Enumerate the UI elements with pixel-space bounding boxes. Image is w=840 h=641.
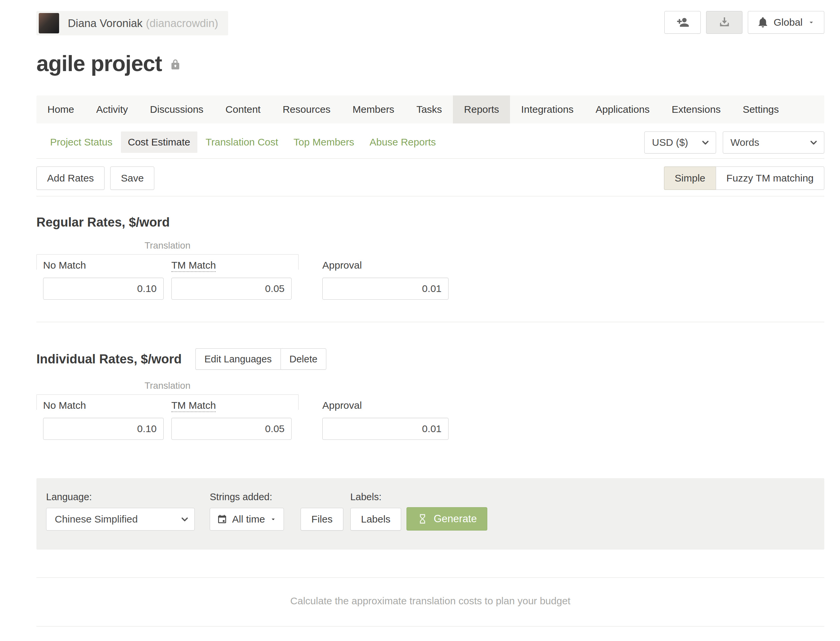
edit-languages-button[interactable]: Edit Languages — [195, 348, 281, 370]
chevron-down-icon — [180, 515, 189, 523]
rates-mode-toggle: Simple Fuzzy TM matching — [664, 166, 824, 190]
tab-members[interactable]: Members — [342, 95, 405, 124]
add-rates-button[interactable]: Add Rates — [36, 166, 105, 190]
save-button[interactable]: Save — [110, 166, 154, 190]
units-select[interactable]: Words — [723, 132, 824, 153]
approval-label: Approval — [322, 259, 449, 271]
tm-match-label[interactable]: TM Match — [171, 400, 216, 412]
individual-rates-heading: Individual Rates, $/word — [36, 352, 182, 366]
language-label: Language: — [46, 491, 195, 502]
delete-button[interactable]: Delete — [281, 348, 327, 370]
page-title: agile project — [36, 51, 162, 76]
calendar-icon — [217, 514, 228, 525]
currency-select[interactable]: USD ($) — [644, 132, 716, 153]
bell-icon — [757, 16, 769, 28]
translation-group-label: Translation — [36, 240, 299, 251]
tab-activity[interactable]: Activity — [85, 95, 139, 124]
language-select[interactable]: Chinese Simplified — [46, 508, 195, 531]
units-value: Words — [730, 137, 759, 148]
divider — [36, 158, 824, 159]
divider — [36, 196, 824, 196]
subnav-project-status[interactable]: Project Status — [43, 132, 120, 153]
chevron-down-icon — [809, 138, 818, 147]
files-button[interactable]: Files — [300, 508, 343, 531]
labels-button[interactable]: Labels — [351, 508, 401, 531]
download-button[interactable] — [706, 11, 743, 34]
top-actions: Global — [664, 11, 824, 34]
caret-down-icon — [807, 18, 815, 26]
user-chip[interactable]: Diana Voroniak (dianacrowdin) — [36, 11, 228, 35]
user-name: Diana Voroniak — [68, 17, 143, 30]
regular-approval-input[interactable] — [322, 278, 449, 300]
individual-no-match-input[interactable] — [43, 418, 164, 440]
labels-label: Labels: — [351, 491, 401, 502]
approval-label: Approval — [322, 400, 449, 411]
tab-discussions[interactable]: Discussions — [139, 95, 215, 124]
tab-extensions[interactable]: Extensions — [661, 95, 732, 124]
caret-down-icon — [270, 515, 277, 523]
subnav-translation-cost[interactable]: Translation Cost — [199, 132, 285, 153]
individual-approval-input[interactable] — [322, 418, 449, 440]
no-match-label: No Match — [43, 259, 164, 271]
individual-rates-actions: Edit Languages Delete — [195, 348, 326, 370]
chevron-down-icon — [701, 138, 710, 147]
language-value: Chinese Simplified — [55, 514, 137, 525]
date-range-value: All time — [232, 514, 265, 525]
strings-added-label: Strings added: — [210, 491, 284, 502]
lock-icon — [169, 58, 182, 71]
tab-content[interactable]: Content — [215, 95, 271, 124]
subnav-abuse-reports[interactable]: Abuse Reports — [363, 132, 443, 153]
divider — [36, 322, 824, 322]
individual-tm-match-input[interactable] — [171, 418, 292, 440]
mode-simple-button[interactable]: Simple — [664, 166, 716, 190]
invite-user-button[interactable] — [664, 11, 701, 34]
divider — [36, 626, 824, 627]
subnav-top-members[interactable]: Top Members — [287, 132, 361, 153]
global-label: Global — [774, 17, 803, 28]
reports-subnav: Project Status Cost Estimate Translation… — [36, 132, 444, 153]
regular-tm-match-input[interactable] — [171, 278, 292, 300]
tm-match-label[interactable]: TM Match — [171, 259, 216, 272]
tab-settings[interactable]: Settings — [732, 95, 790, 124]
generate-button[interactable]: Generate — [407, 507, 487, 531]
tab-home[interactable]: Home — [36, 95, 85, 124]
tab-applications[interactable]: Applications — [585, 95, 661, 124]
no-match-label: No Match — [43, 400, 164, 411]
subnav-cost-estimate[interactable]: Cost Estimate — [121, 132, 197, 153]
hourglass-icon — [417, 513, 428, 525]
generate-label: Generate — [433, 513, 477, 525]
currency-value: USD ($) — [652, 137, 688, 148]
divider — [36, 577, 824, 578]
regular-no-match-input[interactable] — [43, 278, 164, 300]
project-tabbar: Home Activity Discussions Content Resour… — [36, 95, 824, 124]
user-login: (dianacrowdin) — [146, 17, 218, 30]
top-header: Diana Voroniak (dianacrowdin) Global — [36, 11, 824, 35]
translation-group-label: Translation — [36, 380, 299, 391]
tab-tasks[interactable]: Tasks — [405, 95, 453, 124]
download-icon — [718, 16, 731, 29]
report-generator-panel: Language: Chinese Simplified Strings add… — [36, 478, 824, 549]
tab-reports[interactable]: Reports — [453, 95, 510, 124]
add-user-icon — [676, 16, 689, 29]
notifications-global-button[interactable]: Global — [748, 11, 824, 34]
date-range-button[interactable]: All time — [210, 508, 284, 531]
tab-resources[interactable]: Resources — [271, 95, 341, 124]
regular-rates-heading: Regular Rates, $/word — [36, 215, 824, 230]
mode-fuzzy-button[interactable]: Fuzzy TM matching — [716, 166, 824, 190]
avatar — [39, 13, 59, 33]
footer-hint: Calculate the approximate translation co… — [36, 595, 824, 607]
tab-integrations[interactable]: Integrations — [510, 95, 585, 124]
